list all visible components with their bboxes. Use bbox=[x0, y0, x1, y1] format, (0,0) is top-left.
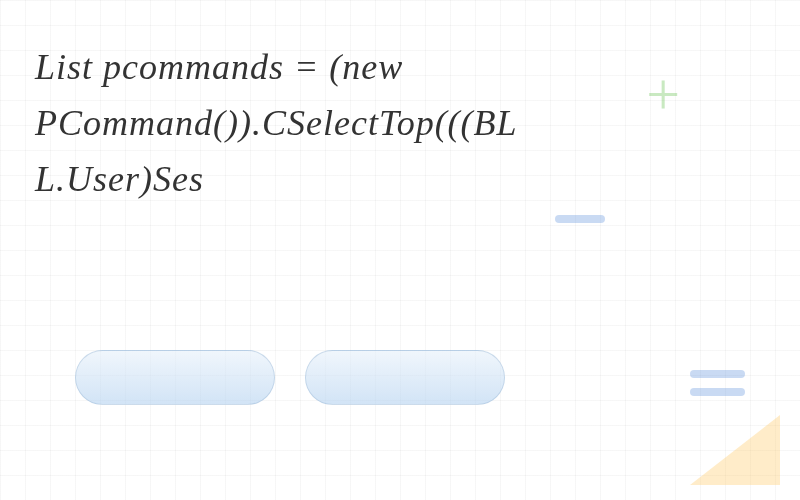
code-snippet-text: List pcommands = (new PCommand()).CSelec… bbox=[35, 40, 520, 207]
